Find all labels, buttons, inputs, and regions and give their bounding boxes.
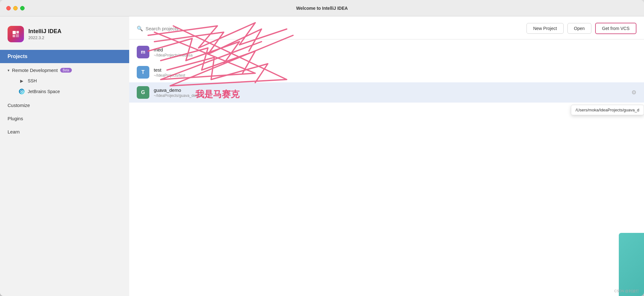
sidebar-item-plugins[interactable]: Plugins	[0, 112, 129, 125]
svg-rect-1	[16, 31, 19, 33]
sidebar-item-projects[interactable]: Projects	[0, 50, 129, 63]
remote-development-label: Remote Development	[12, 68, 58, 73]
project-name-test: test	[154, 67, 636, 73]
traffic-lights	[6, 6, 25, 10]
svg-rect-3	[16, 34, 19, 37]
search-bar-area: 🔍 New Project Open Get from VCS	[129, 16, 644, 39]
projects-list: m med ~/IdeaProjects/medusa T test ~/Ide…	[129, 39, 644, 296]
project-info-test: test ~/IdeaProjects/test	[154, 67, 636, 78]
learn-label: Learn	[8, 129, 20, 134]
title-bar: Welcome to IntelliJ IDEA	[0, 0, 644, 16]
project-name-medusa: med	[154, 47, 636, 52]
main-layout: IntelliJ IDEA 2022.3.2 Projects ▾ Remote…	[0, 16, 644, 296]
search-input[interactable]	[146, 26, 523, 31]
project-settings-icon[interactable]: ⚙	[631, 89, 636, 96]
customize-label: Customize	[8, 103, 30, 108]
app-logo-icon	[8, 26, 24, 42]
project-item-guava[interactable]: G guava_demo ~/IdeaProjects/guava_demo ⚙…	[129, 82, 644, 103]
svg-rect-0	[13, 31, 16, 34]
app-name: IntelliJ IDEA	[28, 28, 61, 35]
jetbrains-space-icon	[19, 89, 25, 94]
sidebar-item-jetbrains-space[interactable]: JetBrains Space	[19, 86, 122, 97]
app-version: 2022.3.2	[28, 35, 61, 40]
project-item-test[interactable]: T test ~/IdeaProjects/test	[129, 62, 644, 82]
chevron-down-icon: ▾	[8, 68, 9, 73]
project-icon-guava: G	[137, 86, 149, 99]
project-tooltip: /Users/moka/IdeaProjects/guava_d	[571, 105, 644, 115]
logo-area: IntelliJ IDEA 2022.3.2	[0, 16, 129, 50]
project-name-guava: guava_demo	[154, 87, 627, 93]
content-area: 🔍 New Project Open Get from VCS m med ~/…	[129, 16, 644, 296]
project-info-medusa: med ~/IdeaProjects/medusa	[154, 47, 636, 57]
terminal-icon: ▶	[19, 78, 25, 84]
projects-label: Projects	[8, 54, 27, 59]
sidebar: IntelliJ IDEA 2022.3.2 Projects ▾ Remote…	[0, 16, 129, 296]
corner-decoration	[619, 233, 644, 296]
sidebar-item-customize[interactable]: Customize	[0, 99, 129, 112]
sidebar-section-remote[interactable]: ▾ Remote Development Beta ▶ SSH	[0, 63, 129, 99]
beta-badge: Beta	[60, 68, 72, 73]
sidebar-nav: Projects ▾ Remote Development Beta ▶ SSH	[0, 50, 129, 296]
svg-point-5	[21, 91, 22, 92]
project-path-test: ~/IdeaProjects/test	[154, 73, 636, 78]
search-wrapper: 🔍	[137, 26, 523, 32]
sidebar-item-learn[interactable]: Learn	[0, 125, 129, 139]
app-window: Welcome to IntelliJ IDEA IntelliJ IDEA 2…	[0, 0, 644, 296]
minimize-button[interactable]	[13, 6, 18, 10]
window-title: Welcome to IntelliJ IDEA	[296, 6, 348, 11]
watermark: CSDN @刘波打	[614, 289, 639, 293]
close-button[interactable]	[6, 6, 11, 10]
project-info-guava: guava_demo ~/IdeaProjects/guava_demo	[154, 87, 627, 98]
logo-text: IntelliJ IDEA 2022.3.2	[28, 28, 61, 40]
project-icon-medusa: m	[137, 46, 149, 58]
project-icon-test: T	[137, 66, 149, 79]
remote-sub-items: ▶ SSH JetBrains Space	[8, 75, 122, 97]
jetbrains-space-label: JetBrains Space	[28, 89, 60, 94]
new-project-button[interactable]: New Project	[526, 23, 563, 34]
plugins-label: Plugins	[8, 116, 23, 121]
remote-development-header[interactable]: ▾ Remote Development Beta	[8, 68, 122, 73]
project-path-medusa: ~/IdeaProjects/medusa	[154, 53, 636, 57]
ssh-label: SSH	[28, 78, 37, 83]
search-icon: 🔍	[137, 26, 143, 32]
project-path-guava: ~/IdeaProjects/guava_demo	[154, 93, 627, 98]
get-from-vcs-button[interactable]: Get from VCS	[595, 23, 636, 34]
maximize-button[interactable]	[20, 6, 25, 10]
sidebar-item-ssh[interactable]: ▶ SSH	[19, 75, 122, 86]
open-button[interactable]: Open	[567, 23, 591, 34]
svg-rect-2	[13, 35, 15, 37]
project-item-medusa[interactable]: m med ~/IdeaProjects/medusa	[129, 42, 644, 62]
